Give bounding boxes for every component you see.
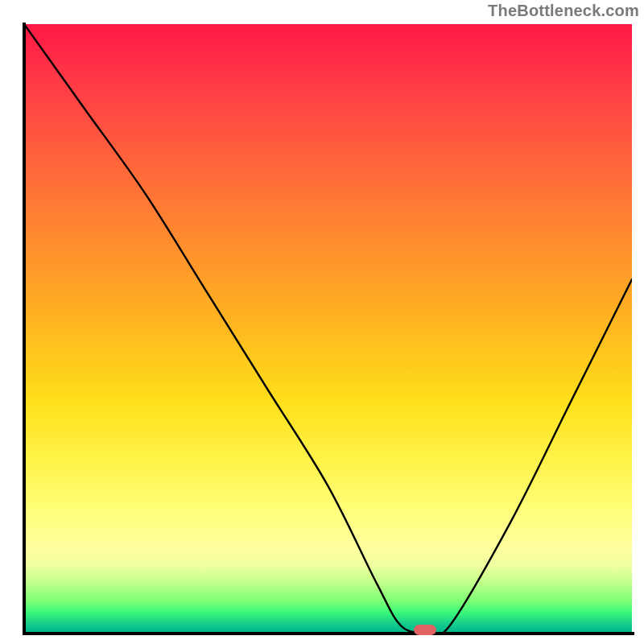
attribution-text: TheBottleneck.com [488, 2, 639, 20]
x-axis [23, 632, 634, 635]
chart-frame: TheBottleneck.com [0, 0, 644, 644]
optimal-marker [414, 625, 436, 635]
bottleneck-curve [24, 24, 632, 632]
